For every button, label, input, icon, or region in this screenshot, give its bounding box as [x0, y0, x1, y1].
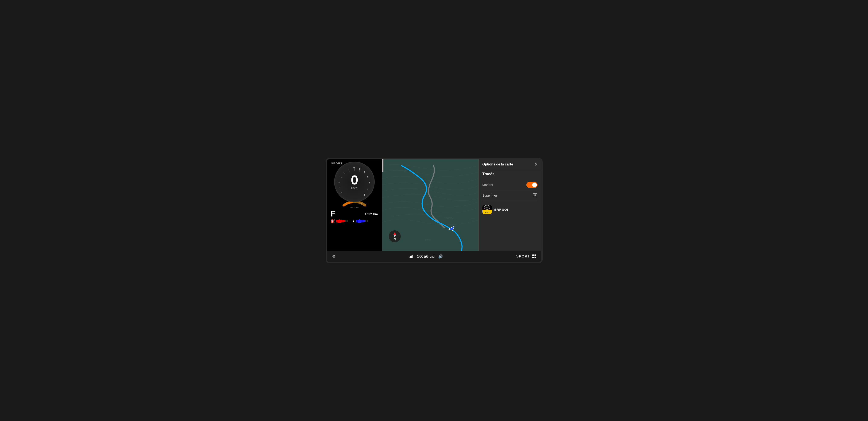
svg-line-11: [343, 172, 345, 174]
main-screen: SPORT 9 8 7 6 5 4 3: [326, 158, 542, 263]
instrument-cluster: SPORT 9 8 7 6 5 4 3: [327, 159, 382, 251]
compass-arrow-north: [394, 232, 396, 235]
svg-line-12: [348, 169, 349, 171]
svg-line-9: [338, 182, 340, 183]
gear-indicator: F: [331, 209, 336, 218]
trash-icon: [532, 192, 537, 198]
svg-text:6: 6: [367, 176, 368, 178]
svg-line-10: [339, 177, 342, 178]
odometer: 4052 km: [365, 212, 378, 216]
map-divider: [382, 159, 383, 172]
options-body: Tracés Montrer Supprimer: [478, 169, 541, 251]
bottom-right: SPORT: [516, 254, 536, 258]
svg-text:2: 2: [361, 203, 362, 205]
svg-line-8: [338, 187, 340, 188]
grid-cell-4: [534, 257, 536, 258]
temp-bar-gauge: [356, 219, 368, 223]
main-content: SPORT 9 8 7 6 5 4 3: [327, 159, 541, 251]
brp-icon-inner: BRP GO!: [483, 205, 492, 214]
rpm-label: rpm X1000: [350, 206, 359, 208]
supprimer-trash-button[interactable]: [532, 192, 537, 199]
brp-circle-text: BRP: [486, 207, 488, 208]
signal-bar-1: [409, 257, 409, 258]
grid-cell-3: [532, 257, 534, 258]
volume-icon[interactable]: 🔊: [438, 254, 443, 259]
brp-yellow-bar: GO!: [483, 210, 492, 214]
montrer-row: Montrer: [483, 180, 537, 190]
section-title: Tracés: [483, 172, 537, 176]
compass-label: N: [394, 237, 396, 240]
time-display: 10:56 AM: [417, 254, 435, 259]
temp-icon: 🌡: [352, 219, 355, 223]
options-panel: Options de la carte × Tracés Montrer Sup…: [478, 159, 541, 251]
options-title: Options de la carte: [483, 162, 513, 166]
fuel-bar-gauge: [336, 219, 348, 223]
svg-text:1450 m: 1450 m: [425, 239, 431, 241]
options-header: Options de la carte ×: [478, 159, 541, 169]
bottom-center: 10:56 AM 🔊: [409, 254, 443, 259]
speed-value: 0: [351, 173, 358, 187]
sport-mode-label: SPORT: [516, 254, 530, 258]
svg-text:8: 8: [359, 168, 360, 170]
settings-icon[interactable]: ⚙: [332, 254, 335, 259]
brp-go-text: GO!: [485, 212, 489, 213]
gauge-divider: [350, 220, 350, 223]
grid-icon[interactable]: [532, 254, 536, 258]
signal-bar-3: [411, 255, 412, 258]
toggle-knob: [532, 183, 537, 187]
montrer-toggle[interactable]: [526, 182, 537, 188]
time-value: 10:56: [417, 254, 429, 259]
gauge-container: 9 8 7 6 5 4 3: [333, 166, 376, 200]
signal-bars: [409, 255, 413, 258]
supprimer-row: Supprimer: [483, 190, 537, 201]
close-button[interactable]: ×: [535, 162, 537, 167]
map-area: 1500 1450 m 1450 m N: [382, 159, 478, 251]
brp-circle: BRP: [484, 205, 490, 210]
bottom-bar: ⚙ 10:56 AM 🔊 SPORT: [327, 251, 541, 262]
speed-display: 0 km/h: [351, 173, 358, 189]
svg-text:3: 3: [363, 193, 365, 196]
compass: N: [389, 230, 401, 242]
brp-app-icon: BRP GO!: [483, 205, 492, 214]
speed-unit: km/h: [351, 187, 358, 189]
compass-inner: N: [394, 232, 396, 240]
grid-cell-1: [532, 254, 534, 256]
montrer-label: Montrer: [483, 183, 494, 187]
grid-cell-2: [534, 254, 536, 256]
brp-label: BRP GO!: [494, 208, 508, 211]
am-pm: AM: [430, 255, 435, 259]
brp-row: BRP GO! BRP GO!: [483, 205, 537, 214]
supprimer-label: Supprimer: [483, 193, 497, 197]
fuel-pump-icon: ⛽: [331, 219, 335, 223]
signal-bar-2: [410, 256, 411, 258]
svg-text:0: 0: [346, 204, 347, 205]
svg-text:4: 4: [367, 188, 368, 191]
svg-text:5: 5: [369, 182, 370, 184]
bottom-left: ⚙: [332, 254, 335, 259]
signal-bar-4: [412, 255, 413, 258]
svg-line-7: [339, 192, 342, 193]
bottom-gauges: ⛽ 🌡: [329, 219, 380, 223]
